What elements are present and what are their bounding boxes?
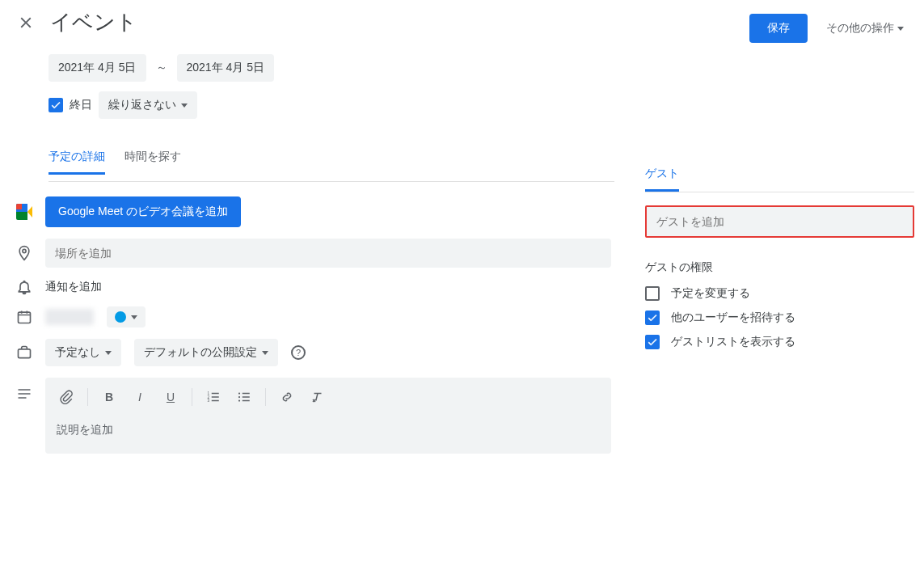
availability-label: 予定なし: [55, 345, 100, 360]
other-actions-label: その他の操作: [826, 21, 894, 36]
permission-invite-others-checkbox[interactable]: [645, 311, 660, 325]
permission-invite-others-label: 他のユーザーを招待する: [671, 311, 795, 325]
google-meet-icon: [16, 204, 32, 220]
add-google-meet-button[interactable]: Google Meet のビデオ会議を追加: [45, 196, 241, 227]
clear-formatting-button[interactable]: [303, 382, 332, 412]
clear-formatting-icon: [310, 390, 325, 404]
tab-guests[interactable]: ゲスト: [645, 158, 679, 192]
permission-modify-event-label: 予定を変更する: [671, 286, 750, 301]
save-button[interactable]: 保存: [749, 14, 808, 43]
bell-icon: [16, 279, 32, 295]
italic-button[interactable]: I: [125, 382, 154, 412]
start-date-chip[interactable]: 2021年 4月 5日: [49, 54, 146, 82]
underline-button[interactable]: U: [156, 382, 185, 412]
visibility-label: デフォルトの公開設定: [144, 345, 257, 360]
date-range-separator: ～: [156, 61, 167, 75]
location-input[interactable]: [45, 239, 611, 268]
recurrence-label: 繰り返さない: [108, 98, 176, 112]
toolbar-divider: [192, 388, 192, 406]
close-icon: [17, 14, 35, 32]
calendar-owner-name: [45, 309, 94, 325]
permission-see-guest-list-label: ゲストリストを表示する: [671, 335, 795, 349]
editor-toolbar: B I U 123: [45, 378, 611, 416]
link-button[interactable]: [272, 382, 302, 412]
calendar-color-dropdown[interactable]: [107, 306, 146, 327]
event-title-input[interactable]: [50, 6, 454, 38]
tab-find-time[interactable]: 時間を探す: [124, 142, 181, 175]
visibility-help-button[interactable]: ?: [291, 345, 306, 360]
guest-tab-divider: [645, 192, 914, 192]
numbered-list-button[interactable]: 123: [199, 382, 228, 412]
check-icon: [647, 312, 658, 323]
guest-input-highlight: [645, 205, 914, 238]
chevron-down-icon: [181, 104, 188, 108]
toolbar-divider: [87, 388, 88, 406]
permission-modify-event-checkbox[interactable]: [645, 286, 660, 301]
toolbar-divider: [265, 388, 266, 406]
underline-icon: U: [167, 391, 175, 403]
visibility-dropdown[interactable]: デフォルトの公開設定: [134, 339, 278, 366]
description-icon: [16, 386, 32, 402]
bulleted-list-button[interactable]: [230, 382, 259, 412]
bold-button[interactable]: B: [95, 382, 124, 412]
all-day-label: 終日: [70, 98, 92, 112]
chevron-down-icon: [131, 315, 137, 319]
svg-point-0: [23, 249, 26, 252]
permission-see-guest-list-checkbox[interactable]: [645, 335, 660, 349]
recurrence-dropdown[interactable]: 繰り返さない: [99, 91, 197, 119]
chevron-down-icon: [105, 351, 112, 355]
svg-point-7: [238, 396, 240, 398]
calendar-color-dot: [115, 311, 126, 323]
svg-rect-1: [19, 312, 31, 323]
bold-icon: B: [105, 391, 113, 403]
add-notification-button[interactable]: 通知を追加: [45, 280, 102, 294]
all-day-checkbox[interactable]: [49, 98, 63, 112]
bulleted-list-icon: [237, 390, 251, 404]
italic-icon: I: [138, 391, 141, 403]
svg-point-8: [238, 399, 240, 401]
location-icon: [16, 245, 32, 261]
description-textarea[interactable]: 説明を追加: [45, 416, 611, 444]
numbered-list-icon: 123: [206, 390, 221, 404]
check-icon: [647, 336, 658, 348]
availability-dropdown[interactable]: 予定なし: [45, 339, 121, 366]
tab-event-details[interactable]: 予定の詳細: [49, 142, 105, 175]
close-button[interactable]: [16, 13, 36, 32]
attachment-icon: [59, 390, 74, 404]
attachment-button[interactable]: [52, 382, 81, 412]
chevron-down-icon: [897, 27, 904, 31]
tabs-divider: [49, 181, 614, 182]
add-guest-input[interactable]: [647, 207, 913, 236]
svg-text:3: 3: [208, 399, 210, 403]
link-icon: [280, 390, 294, 404]
briefcase-icon: [16, 344, 32, 361]
svg-rect-2: [19, 349, 31, 358]
check-icon: [50, 99, 61, 111]
end-date-chip[interactable]: 2021年 4月 5日: [177, 54, 275, 82]
other-actions-dropdown[interactable]: その他の操作: [816, 13, 914, 44]
guest-permissions-title: ゲストの権限: [645, 260, 914, 275]
calendar-icon: [16, 309, 32, 325]
chevron-down-icon: [262, 351, 268, 355]
svg-point-6: [238, 392, 240, 394]
